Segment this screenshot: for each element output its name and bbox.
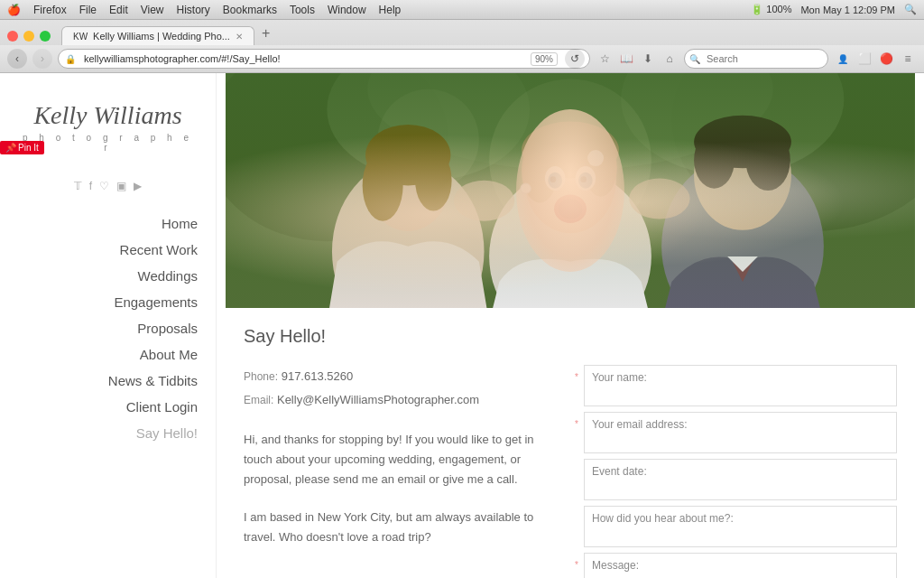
hero-image [226,73,915,308]
search-input[interactable] [684,49,828,69]
main-content: Say Hello! Phone: 917.613.5260 Email: Ke… [217,73,924,578]
search-icon[interactable]: 🔍 [904,4,917,15]
minimize-window-button[interactable] [23,31,34,42]
nav-item-client-login[interactable]: Client Login [0,394,216,420]
email-required: * [575,419,578,429]
email-row: Email: Kelly@KellyWilliamsPhotographer.c… [244,388,557,412]
browser-toolbar: ‹ › 🔒 90% ↺ ☆ 📖 ⬇ ⌂ 🔍 👤 ⬜ 🔴 ≡ [0,45,924,72]
name-input[interactable] [588,386,892,402]
hear-label: How did you hear about me?: [588,510,892,527]
nav-item-weddings[interactable]: Weddings [0,263,216,289]
phone-value: 917.613.5260 [282,369,354,383]
name-required: * [575,372,578,382]
menu-tools[interactable]: Tools [290,4,315,16]
svg-point-25 [559,199,583,219]
close-window-button[interactable] [7,31,18,42]
forward-button[interactable]: › [32,49,52,69]
back-button[interactable]: ‹ [7,49,27,69]
menu-history[interactable]: History [177,4,210,16]
svg-point-18 [545,166,565,191]
svg-point-16 [522,138,558,203]
menu-file[interactable]: File [79,4,97,16]
hear-input[interactable] [588,527,892,543]
twitter-icon[interactable]: 𝕋 [74,180,82,192]
svg-point-31 [745,130,790,191]
nav-item-proposals[interactable]: Proposals [0,315,216,341]
apple-menu[interactable]: 🍎 [7,4,21,16]
svg-point-6 [489,79,651,241]
mac-menus[interactable]: 🍎 Firefox File Edit View History Bookmar… [7,4,401,16]
email-label: Email: [244,394,273,406]
message-input[interactable] [588,573,892,578]
bookmark-star-icon[interactable]: ☆ [596,50,614,68]
page-wrapper: 📌 Pin It Kelly Williams p h o t o g r a … [0,73,924,578]
home-icon[interactable]: ⌂ [661,50,679,68]
svg-point-34 [629,179,689,219]
svg-point-17 [585,140,617,197]
instagram-icon[interactable]: ▣ [116,180,126,192]
svg-point-22 [550,176,557,182]
tab-close-button[interactable]: ✕ [236,32,243,42]
svg-point-12 [415,150,451,210]
mac-menubar: 🍎 Firefox File Edit View History Bookmar… [0,0,924,20]
menu-bookmarks[interactable]: Bookmarks [223,4,277,16]
svg-point-1 [226,73,448,241]
new-tab-button[interactable]: + [256,25,275,45]
menu-firefox[interactable]: Firefox [33,4,67,16]
svg-point-10 [365,125,450,185]
svg-point-23 [580,176,587,182]
svg-point-24 [554,194,587,222]
main-nav: Home Recent Work Weddings Engagements Pr… [0,210,216,446]
email-input[interactable] [588,433,892,449]
active-tab[interactable]: KW Kelly Williams | Wedding Pho... ✕ [61,26,254,45]
tab-title: Kelly Williams | Wedding Pho... [93,31,230,42]
pin-it-button[interactable]: 📌 Pin It [0,141,44,154]
contact-form: * Your name: * Your email address: [584,365,897,578]
hear-field-box: How did you hear about me?: [584,506,897,547]
svg-point-28 [661,155,824,308]
menu-open-icon[interactable]: ≡ [899,50,917,68]
svg-point-8 [332,160,485,308]
window-controls[interactable] [7,31,51,45]
content-row: Phone: 917.613.5260 Email: Kelly@KellyWi… [244,365,897,578]
svg-point-3 [367,73,772,171]
svg-point-33 [454,181,514,221]
facebook-icon[interactable]: f [89,180,92,192]
svg-point-21 [578,172,593,189]
phone-row: Phone: 917.613.5260 [244,365,557,388]
body-text-2: I am based in New York City, but am alwa… [244,508,557,547]
nav-item-engagements[interactable]: Engagements [0,289,216,315]
nav-item-home[interactable]: Home [0,210,216,237]
right-toolbar-icons: 👤 ⬜ 🔴 ≡ [834,50,917,68]
menu-help[interactable]: Help [379,4,402,16]
nav-item-say-hello[interactable]: Say Hello! [0,420,216,446]
pocket-save-icon[interactable]: ⬜ [855,50,873,68]
reading-list-icon[interactable]: 📖 [617,50,635,68]
nav-item-recent-work[interactable]: Recent Work [0,237,216,263]
nav-item-about-me[interactable]: About Me [0,341,216,368]
email-value: Kelly@KellyWilliamsPhotographer.com [277,393,479,406]
svg-point-5 [621,73,844,175]
reload-button[interactable]: ↺ [565,49,585,69]
svg-point-15 [522,122,619,179]
event-field-box: Event date: [584,459,897,500]
firefox-account-icon[interactable]: 👤 [834,50,852,68]
nav-item-news-tidbits[interactable]: News & Tidbits [0,368,216,394]
message-required: * [575,560,578,570]
maximize-window-button[interactable] [40,31,51,42]
svg-point-7 [378,89,479,191]
pinterest-icon[interactable]: ♡ [99,180,109,192]
menu-view[interactable]: View [141,4,164,16]
email-field-box: Your email address: [584,412,897,453]
svg-point-11 [363,150,403,221]
pocket-icon[interactable]: ⬇ [639,50,657,68]
url-bar[interactable] [58,49,590,69]
notification-icon[interactable]: 🔴 [877,50,895,68]
menu-window[interactable]: Window [328,4,366,16]
youtube-icon[interactable]: ▶ [134,180,142,192]
svg-point-29 [694,120,791,229]
event-input[interactable] [588,480,892,496]
name-field-box: Your name: [584,365,897,406]
menu-edit[interactable]: Edit [109,4,128,16]
svg-point-2 [671,73,915,231]
